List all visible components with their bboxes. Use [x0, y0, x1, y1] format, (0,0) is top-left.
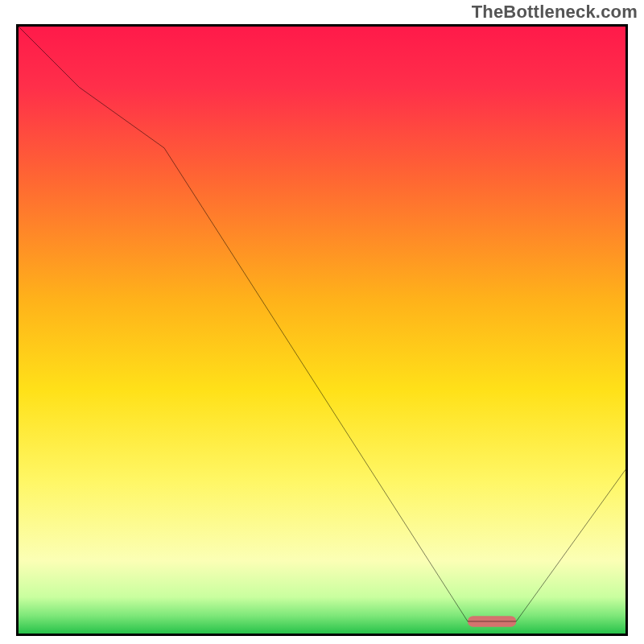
gradient-rect	[19, 27, 625, 634]
plot-area	[16, 24, 628, 636]
chart-svg	[19, 27, 625, 634]
watermark-label: TheBottleneck.com	[472, 2, 638, 23]
chart-frame: TheBottleneck.com	[0, 0, 644, 644]
